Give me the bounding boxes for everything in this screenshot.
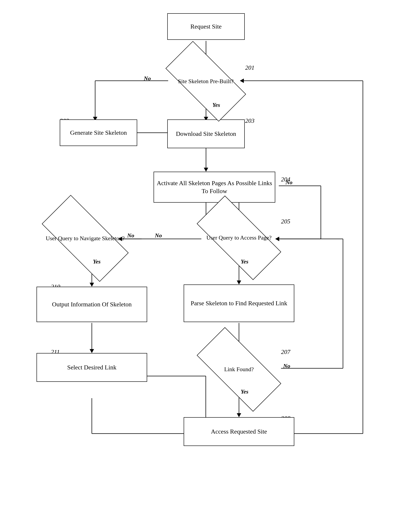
site-skeleton-prebuilt-diamond: Site Skeleton Pre-Built? <box>168 62 243 101</box>
svg-marker-16 <box>237 280 241 285</box>
ref-205: 205 <box>281 218 290 225</box>
svg-marker-30 <box>237 413 241 417</box>
no-label-207-right: No <box>283 363 290 370</box>
parse-skeleton-box: Parse Skeleton to Find Requested Link <box>184 285 294 322</box>
user-query-navigate-diamond: User Query to Navigate Skeleton? <box>44 218 126 259</box>
user-query-access-diamond: User Query to Access Page? <box>199 218 279 258</box>
select-link-box: Select Desired Link <box>37 353 147 382</box>
output-info-box: Output Information Of Skeleton <box>37 287 147 322</box>
yes-label-201-bottom: Yes <box>212 102 220 108</box>
no-label-205-left: No <box>155 232 162 239</box>
download-skeleton-box: Download Site Skeleton <box>167 119 245 148</box>
yes-label-209-bottom: Yes <box>93 258 101 265</box>
no-label-activate: No <box>286 179 293 186</box>
activate-skeleton-box: Activate All Skeleton Pages As Possible … <box>153 172 275 203</box>
svg-marker-5 <box>204 168 208 172</box>
yes-label-207-bottom: Yes <box>241 389 249 395</box>
ref-207: 207 <box>281 348 290 355</box>
svg-marker-21 <box>90 349 94 353</box>
link-found-diamond: Link Found? <box>199 350 279 389</box>
ref-203: 203 <box>245 117 254 124</box>
no-label-209-right: No <box>127 232 134 239</box>
no-label-201-left: No <box>144 75 151 82</box>
request-site-box: Request Site <box>167 13 245 40</box>
ref-201: 201 <box>245 64 254 71</box>
generate-skeleton-box: Generate Site Skeleton <box>60 119 137 146</box>
yes-label-205-bottom: Yes <box>241 258 249 265</box>
access-site-box: Access Requested Site <box>184 417 294 446</box>
svg-marker-18 <box>90 283 94 287</box>
